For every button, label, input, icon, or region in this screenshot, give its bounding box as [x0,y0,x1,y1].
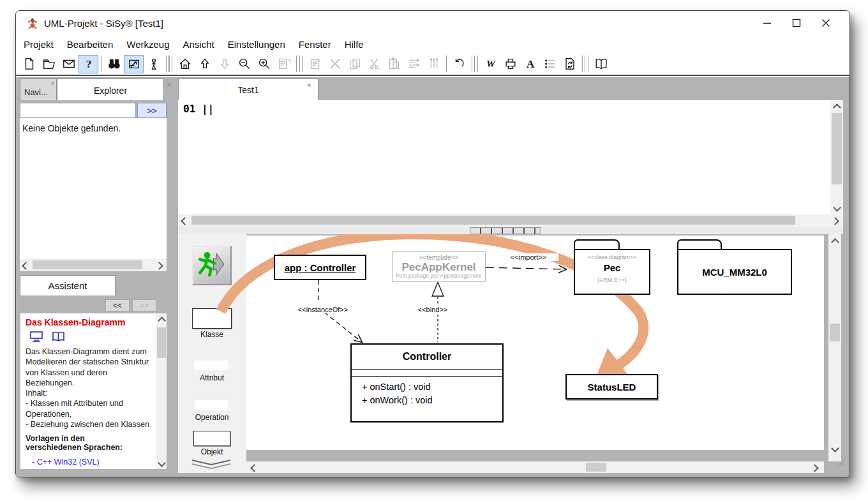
scroll-left-icon[interactable] [181,217,189,225]
cut-button[interactable] [364,55,384,73]
editor-vscrollbar[interactable] [830,100,843,214]
menu-item-werkzeug[interactable]: Werkzeug [126,39,169,50]
assistant-vscroll-thumb[interactable] [157,327,166,358]
edge-label-instanceof[interactable]: <<instanceOf>> [279,306,367,313]
diagram-hscrollbar[interactable] [246,461,824,473]
object-info-button[interactable]: ? [274,55,294,73]
scroll-right-icon[interactable] [831,217,839,225]
close-icon[interactable] [167,80,172,90]
tab-explorer[interactable]: Explorer [57,79,164,100]
explorer-hscroll-thumb[interactable] [33,260,142,269]
scroll-down-icon[interactable] [831,444,839,452]
person-button[interactable] [144,55,163,73]
menu-item-projekt[interactable]: Projekt [24,39,54,50]
properties-button[interactable] [305,55,325,73]
tool-objekt[interactable] [193,431,230,446]
person-icon [147,57,161,71]
new-document-button[interactable] [19,55,39,73]
mail-button[interactable] [59,55,79,73]
menu-item-ansicht[interactable]: Ansicht [183,39,214,50]
tool-attribut[interactable] [195,361,228,370]
copy-button[interactable] [345,55,364,73]
explorer-result-list[interactable]: Keine Objekte gefunden. [20,118,167,258]
uml-instance-app-controller[interactable]: app : Controller [274,255,366,280]
home-button[interactable] [175,55,195,73]
tool-operation[interactable] [195,400,228,410]
assistant-link-cpp-win32-svl[interactable]: - C++ Win32 (SVL) [32,458,151,467]
refresh-button[interactable] [560,55,580,73]
scroll-up-icon[interactable] [158,317,166,325]
explorer-hscrollbar[interactable] [20,258,167,271]
menu-item-einstellungen[interactable]: Einstellungen [228,39,285,50]
minimize-button[interactable] [752,11,782,35]
tab-test1[interactable]: Test1 [178,79,318,100]
columns-button[interactable] [424,55,444,73]
assistant-vscrollbar[interactable] [156,313,167,469]
word-export-button[interactable]: W [481,55,500,73]
pec-name: Pec [575,262,649,273]
edge-label-import[interactable]: <<import>> [498,253,558,261]
uml-template-pecappkernel[interactable]: <<template>> PecAppKernel from package p… [392,251,486,282]
scroll-left-icon[interactable] [22,262,30,270]
scroll-down-icon[interactable] [158,459,166,467]
editor-vscroll-thumb[interactable] [832,113,842,184]
close-icon[interactable] [306,80,311,90]
scroll-right-icon[interactable] [155,262,163,270]
close-icon[interactable] [50,79,55,88]
undo-icon [453,57,467,71]
diagram-view-button[interactable] [124,55,144,73]
edge-label-bind[interactable]: <<bind>> [406,306,460,313]
maximize-button[interactable] [782,11,811,35]
menu-item-fenster[interactable]: Fenster [299,39,331,50]
tab-navigator[interactable]: Navi... [20,79,57,100]
run-build-button[interactable] [192,246,232,285]
scroll-down-icon[interactable] [833,204,841,212]
assistant-forward-button[interactable]: >> [132,299,156,311]
assistant-inhalt: Inhalt: [26,388,151,398]
delete-button[interactable] [325,55,345,73]
computer-icon[interactable] [29,331,43,342]
diagram-hscroll-thumb[interactable] [586,463,606,472]
uml-class-controller[interactable]: Controller + onStart() : void + onWork()… [350,343,504,422]
palette-scroll-down-icon[interactable] [190,459,233,469]
bullet-list-button[interactable] [540,55,560,73]
manual-button[interactable] [591,55,611,73]
help-button[interactable]: ? [79,55,98,73]
zoom-out-button[interactable] [234,55,254,73]
paste-button[interactable] [384,55,404,73]
open-book-icon[interactable] [51,331,66,342]
uml-class-statusled[interactable]: StatusLED [565,374,658,400]
new-document-icon [22,57,36,71]
print-button[interactable] [500,55,520,73]
scroll-up-icon[interactable] [833,103,841,112]
tool-klasse[interactable] [192,308,232,329]
undo-button[interactable] [449,55,469,73]
menu-item-hilfe[interactable]: Hilfe [345,39,364,50]
diagram-vscrollbar[interactable] [828,234,841,461]
diagram-vscroll-thumb[interactable] [830,324,840,341]
tab-assistant[interactable]: Assistent [20,275,116,295]
splitter-grip[interactable] [470,227,541,234]
resize-grip[interactable] [837,459,844,467]
sort-list-button[interactable] [404,55,424,73]
open-project-button[interactable] [39,55,59,73]
explorer-search-go-button[interactable]: >> [137,103,167,118]
level-up-button[interactable] [195,55,214,73]
uml-package-pec[interactable]: <<class diagram>> Pec {ARM C++} [574,249,650,295]
scroll-up-icon[interactable] [831,238,839,246]
uml-package-mcu[interactable]: MCU_MM32L0 [677,249,792,295]
code-editor[interactable]: 01 || [178,100,830,214]
scroll-right-icon[interactable] [811,464,819,472]
close-button[interactable] [811,11,841,35]
editor-hscrollbar[interactable] [178,214,843,227]
editor-hscroll-thumb[interactable] [191,216,795,225]
explorer-search-input[interactable] [20,103,136,118]
splitter[interactable] [178,227,843,234]
scroll-left-icon[interactable] [250,464,258,472]
text-font-button[interactable]: A [520,55,540,73]
search-button[interactable] [104,55,124,73]
menu-item-bearbeiten[interactable]: Bearbeiten [67,39,114,50]
zoom-in-button[interactable] [254,55,274,73]
assistant-back-button[interactable]: << [105,299,130,311]
level-down-button[interactable] [214,55,234,73]
